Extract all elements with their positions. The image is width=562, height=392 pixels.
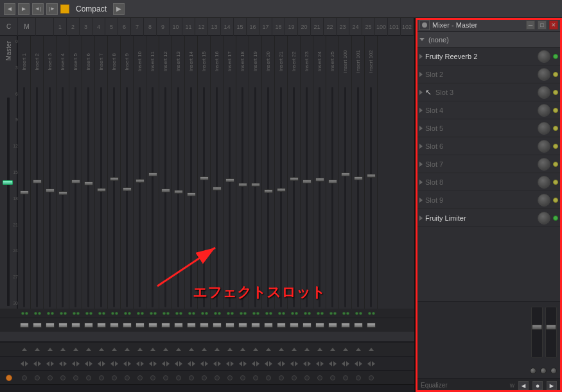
arrow-cell-lr-7[interactable] [108, 361, 121, 366]
arrow-cell-up-25[interactable] [339, 348, 352, 351]
effect-slot-8[interactable]: Slot 9 [416, 191, 562, 209]
strip-knob-16[interactable] [225, 323, 234, 328]
circle-cell-25[interactable] [339, 375, 352, 380]
circle-cell-13[interactable] [185, 375, 198, 380]
circle-cell-1[interactable] [31, 375, 44, 380]
fader-knob-17[interactable] [238, 183, 247, 187]
arrow-cell-lr-26[interactable] [352, 361, 365, 366]
fader-knob-0[interactable] [20, 191, 29, 194]
right-fader-2[interactable] [545, 307, 557, 358]
arrow-cell-up-23[interactable] [313, 348, 326, 351]
fader-knob-24[interactable] [328, 180, 337, 183]
eq-btn-3[interactable]: ► [547, 381, 557, 390]
circle-cell-2[interactable] [44, 375, 57, 380]
effect-slot-1[interactable]: Slot 2 [416, 65, 562, 83]
arrow-cell-up-19[interactable] [262, 348, 275, 351]
effect-slot-2[interactable]: ↖Slot 3 [416, 83, 562, 101]
effect-power-btn-0[interactable] [538, 50, 550, 63]
strip-knob-0[interactable] [20, 323, 29, 328]
strip-knob-27[interactable] [367, 323, 376, 328]
circle-cell-23[interactable] [313, 375, 326, 380]
arrow-cell-up-27[interactable] [365, 348, 378, 351]
effect-power-btn-9[interactable] [538, 212, 550, 225]
arrow-cell-up-11[interactable] [159, 348, 172, 351]
effect-slot-7[interactable]: Slot 8 [416, 173, 562, 191]
fader-knob-5[interactable] [84, 182, 93, 185]
right-knob-3[interactable] [550, 368, 557, 374]
effect-slot-5[interactable]: Slot 6 [416, 137, 562, 155]
toolbar-btn-arrow[interactable]: ▶ [113, 3, 125, 15]
strip-knob-26[interactable] [354, 323, 363, 328]
fader-knob-16[interactable] [225, 178, 234, 182]
toolbar-btn-rewind[interactable]: ◄| [32, 3, 44, 15]
effect-power-btn-4[interactable] [538, 122, 550, 135]
arrow-cell-lr-6[interactable] [95, 361, 108, 366]
fader-knob-20[interactable] [277, 188, 286, 192]
effect-power-btn-3[interactable] [538, 104, 550, 117]
strip-knob-1[interactable] [33, 323, 42, 328]
fader-knob-21[interactable] [290, 177, 299, 181]
fader-knob-11[interactable] [161, 189, 170, 192]
fader-knob-2[interactable] [46, 189, 55, 192]
strip-knob-17[interactable] [238, 323, 247, 328]
arrow-cell-up-10[interactable] [146, 348, 159, 351]
arrow-cell-up-1[interactable] [31, 348, 44, 351]
circle-cell-18[interactable] [249, 375, 262, 380]
arrow-cell-lr-20[interactable] [275, 361, 288, 366]
arrow-cell-up-7[interactable] [108, 348, 121, 351]
arrow-cell-up-21[interactable] [288, 348, 301, 351]
arrow-cell-lr-11[interactable] [159, 361, 172, 366]
strip-knob-4[interactable] [71, 323, 80, 328]
fader-knob-23[interactable] [315, 178, 324, 182]
fader-knob-4[interactable] [71, 180, 80, 183]
fader-knob-27[interactable] [367, 174, 376, 178]
arrow-cell-up-18[interactable] [249, 348, 262, 351]
eq-btn-1[interactable]: ◄ [518, 381, 529, 390]
arrow-cell-up-3[interactable] [57, 348, 69, 351]
arrow-cell-lr-21[interactable] [288, 361, 301, 366]
circle-cell-9[interactable] [134, 375, 146, 380]
fader-knob-9[interactable] [136, 179, 145, 183]
circle-cell-10[interactable] [146, 375, 159, 380]
strip-knob-8[interactable] [123, 323, 132, 328]
effect-power-btn-2[interactable] [538, 86, 550, 99]
strip-knob-12[interactable] [174, 323, 183, 328]
arrow-cell-up-0[interactable] [18, 348, 31, 351]
strip-knob-15[interactable] [213, 323, 222, 328]
right-fader-knob-2[interactable] [546, 325, 556, 330]
fader-knob-26[interactable] [354, 176, 363, 180]
arrow-cell-lr-25[interactable] [339, 361, 352, 366]
arrow-cell-lr-16[interactable] [224, 361, 236, 366]
arrow-cell-up-6[interactable] [95, 348, 108, 351]
effect-slot-6[interactable]: Slot 7 [416, 155, 562, 173]
toolbar-btn-ffwd[interactable]: |► [46, 3, 58, 15]
toolbar-btn-back[interactable]: ◄ [4, 3, 15, 15]
strip-knob-23[interactable] [315, 323, 324, 328]
arrow-cell-lr-4[interactable] [69, 361, 82, 366]
arrow-cell-lr-17[interactable] [236, 361, 249, 366]
arrow-cell-up-16[interactable] [224, 348, 236, 351]
arrow-cell-lr-19[interactable] [262, 361, 275, 366]
panel-restore-btn[interactable]: □ [538, 21, 547, 30]
arrow-cell-lr-0[interactable] [18, 361, 31, 366]
fader-knob-12[interactable] [174, 190, 183, 194]
panel-minimize-btn[interactable]: ─ [526, 21, 535, 30]
strip-knob-21[interactable] [290, 323, 299, 328]
strip-knob-14[interactable] [200, 323, 209, 328]
fader-knob-6[interactable] [97, 188, 106, 192]
arrow-cell-lr-24[interactable] [326, 361, 339, 366]
arrow-cell-lr-5[interactable] [82, 361, 95, 366]
arrow-cell-lr-8[interactable] [121, 361, 134, 366]
circle-cell-26[interactable] [352, 375, 365, 380]
strip-knob-10[interactable] [148, 323, 157, 328]
strip-knob-11[interactable] [161, 323, 170, 328]
circle-cell-22[interactable] [301, 375, 313, 380]
fader-knob-3[interactable] [58, 191, 67, 195]
effect-slot-0[interactable]: Fruity Reeverb 2 [416, 47, 562, 65]
toolbar-btn-forward[interactable]: ► [18, 3, 30, 15]
strip-knob-2[interactable] [46, 323, 55, 328]
plugin-dropdown[interactable]: (none) [416, 32, 562, 47]
arrow-cell-up-13[interactable] [185, 348, 198, 351]
arrow-cell-lr-10[interactable] [146, 361, 159, 366]
strip-knob-19[interactable] [264, 323, 273, 328]
